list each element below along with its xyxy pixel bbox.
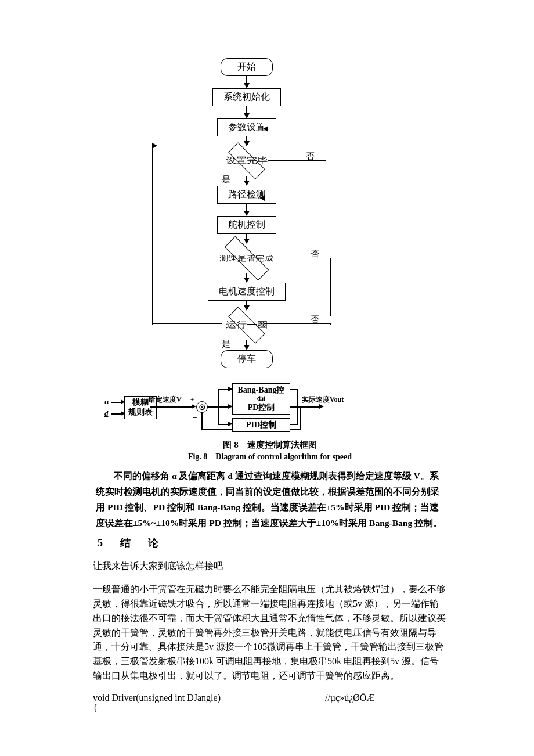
code-function-signature: void Driver(unsigned int DJangle): [93, 693, 221, 703]
section-5-heading: 5 结 论: [98, 536, 447, 550]
flow-start: 开始: [221, 58, 273, 76]
branch-yes-label: 是: [222, 339, 230, 350]
control-algorithm-paragraph: 不同的偏移角 α 及偏离距离 d 通过查询速度模糊规则表得到给定速度等级 V。系…: [96, 468, 444, 531]
input-alpha: α: [104, 397, 109, 406]
advice-body: 一般普通的小干簧管在无磁力时要么不能完全阻隔电压（尤其被烙铁焊过），要么不够灵敏…: [93, 582, 447, 683]
input-d: d: [104, 409, 109, 418]
flow-decision-setup: 设置完毕: [228, 142, 265, 179]
branch-yes-label: 是: [222, 174, 230, 185]
minus-sign: −: [193, 413, 197, 423]
pid-control: PID控制: [232, 418, 290, 432]
pd-control: PD控制: [232, 401, 290, 415]
code-comment: //µç»ú¿ØÖÆ: [325, 693, 375, 703]
flow-stop: 停车: [221, 350, 273, 368]
figure-caption-en: Fig. 8 Diagram of control algorithm for …: [93, 452, 447, 462]
flow-servo-control: 舵机控制: [217, 216, 276, 234]
flow-decision-lap: 运行一圈: [228, 307, 265, 344]
figure-caption-cn: 图 8 速度控制算法框图: [93, 440, 447, 451]
output-vout: 实际速度Vout: [302, 395, 344, 405]
document-page: 开始 系统初始化 参数设置 设置完毕 否 是 路径检测 舵机控制 测速是否完成 …: [0, 0, 534, 743]
flow-init: 系统初始化: [212, 88, 281, 106]
speed-control-block-diagram: α d 模糊 规则表 给定速度V + ⊗ − Bang-Bang控制 PD控制 …: [104, 380, 348, 435]
plus-sign: +: [190, 396, 194, 403]
given-speed-label: 给定速度V: [149, 395, 182, 405]
summing-junction: ⊗: [196, 401, 208, 413]
flowchart: 开始 系统初始化 参数设置 设置完毕 否 是 路径检测 舵机控制 测速是否完成 …: [151, 58, 342, 368]
code-open-brace: {: [93, 703, 447, 714]
advice-intro: 让我来告诉大家到底该怎样接吧: [93, 559, 447, 574]
